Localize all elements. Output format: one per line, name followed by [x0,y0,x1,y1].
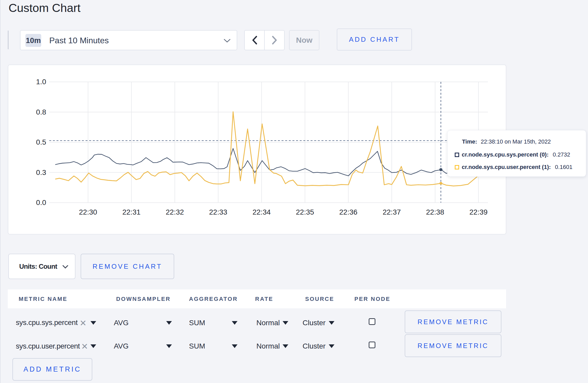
svg-text:1.0: 1.0 [36,78,46,86]
svg-text:22:39: 22:39 [470,208,488,216]
svg-text:0.0: 0.0 [36,198,46,207]
svg-text:22:31: 22:31 [122,208,141,216]
svg-text:22:36: 22:36 [339,208,358,216]
svg-text:22:33: 22:33 [209,208,227,216]
svg-text:22:35: 22:35 [296,208,314,216]
svg-text:0.8: 0.8 [36,108,46,116]
svg-text:22:34: 22:34 [253,208,271,216]
svg-text:0.3: 0.3 [36,168,46,176]
svg-text:0.5: 0.5 [36,138,46,146]
svg-text:22:32: 22:32 [166,208,184,216]
svg-text:22:30: 22:30 [79,208,97,216]
svg-text:22:37: 22:37 [383,208,401,216]
svg-text:22:38: 22:38 [426,208,444,216]
